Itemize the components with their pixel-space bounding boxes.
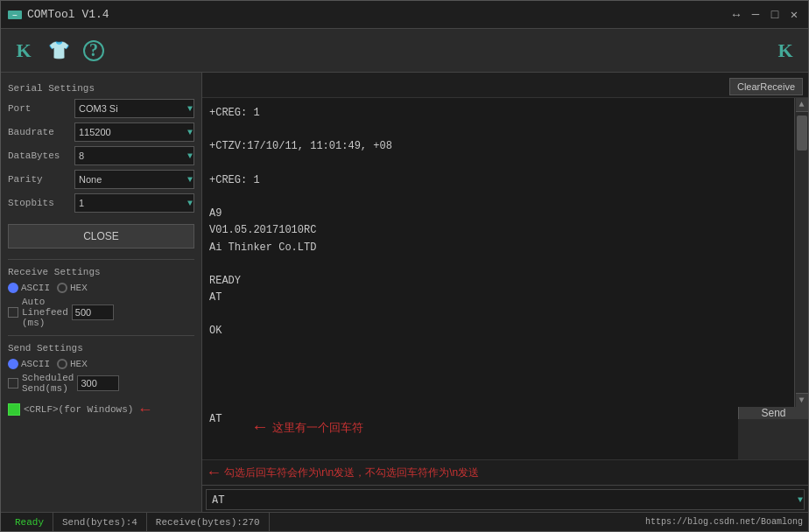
input-area: AT ← 这里有一个回车符 Send ← 勾选后回车符会作为\r\n发送，不勾选… [202, 407, 808, 512]
right-panel: ClearReceive +CREG: 1 +CTZV:17/10/11, 11… [202, 73, 808, 512]
port-label: Port [8, 103, 71, 114]
main-area: Serial Settings Port COM3 Si ▼ Baudrate … [1, 73, 808, 512]
send-ascii-label: ASCII [21, 359, 50, 369]
stopbits-label: Stopbits [8, 198, 71, 208]
output-line: V01.05.20171010RC [209, 222, 801, 239]
send-input-wrapper: ▼ [206, 489, 805, 510]
clear-receive-button[interactable]: ClearReceive [729, 78, 803, 95]
input-textarea[interactable]: AT [202, 407, 738, 459]
baudrate-select-wrapper[interactable]: 115200 ▼ [74, 122, 194, 142]
scheduled-send-label: ScheduledSend(ms) [22, 373, 74, 394]
window-controls: ↔ ─ □ ✕ [729, 8, 801, 22]
auto-linefeed-label: AutoLinefeed(ms) [22, 297, 68, 328]
status-send-bytes: Send(bytes):4 [53, 513, 147, 531]
output-line: OK [209, 323, 801, 340]
crlf-arrow-icon: ← [140, 401, 150, 418]
divider-2 [8, 335, 194, 336]
help-button[interactable]: ? [80, 37, 108, 65]
annotation2-text: 勾选后回车符会作为\r\n发送，不勾选回车符作为\n发送 [224, 466, 479, 480]
stopbits-row: Stopbits 1 ▼ [8, 193, 194, 213]
annotation2-arrow-icon: ← [209, 464, 219, 481]
k-right-button[interactable]: K [771, 37, 799, 65]
send-format-group: ASCII HEX [8, 359, 194, 369]
send-dropdown-icon: ▼ [798, 495, 803, 505]
recv-btn-area: ClearReceive [202, 73, 808, 98]
send-settings-title: Send Settings [8, 343, 194, 354]
receive-hex-option[interactable]: HEX [57, 283, 88, 293]
title-bar: — COMTool V1.4 ↔ ─ □ ✕ [1, 1, 808, 29]
crlf-label: <CRLF>(for Windows) [24, 404, 133, 415]
databytes-label: DataBytes [8, 150, 71, 161]
databytes-select-wrapper[interactable]: 8 ▼ [74, 146, 194, 165]
status-receive-bytes: Receive(bytes):270 [147, 513, 270, 531]
receive-settings-title: Receive Settings [8, 267, 194, 277]
divider-1 [8, 259, 194, 260]
parity-select-wrapper[interactable]: None ▼ [74, 170, 194, 189]
output-line: A9 [209, 206, 801, 222]
auto-linefeed-input[interactable]: 500 [72, 304, 114, 320]
output-wrapper: +CREG: 1 +CTZV:17/10/11, 11:01:49, +08 +… [202, 98, 808, 407]
output-line [209, 306, 801, 323]
output-line: Ai Thinker Co.LTD [209, 240, 801, 256]
receive-ascii-radio[interactable] [8, 283, 18, 293]
crlf-checkbox[interactable] [8, 403, 20, 416]
send-hex-radio[interactable] [57, 359, 67, 369]
output-line [209, 156, 801, 172]
output-line: AT [209, 290, 801, 306]
baudrate-label: Baudrate [8, 127, 71, 137]
parity-select[interactable]: None [74, 170, 194, 189]
maximize-button[interactable]: □ [768, 8, 782, 22]
scrollbar-thumb[interactable] [797, 116, 807, 150]
send-hex-label: HEX [70, 359, 88, 369]
stopbits-select-wrapper[interactable]: 1 ▼ [74, 193, 194, 213]
scheduled-send-input[interactable]: 300 [77, 375, 119, 391]
send-ascii-radio[interactable] [8, 359, 18, 369]
scrollbar-down-button[interactable]: ▼ [796, 393, 808, 407]
k-left-button[interactable]: K [10, 37, 38, 65]
output-line: +CREG: 1 [209, 172, 801, 189]
send-row: ▼ [202, 485, 808, 512]
scheduled-send-row: ScheduledSend(ms) 300 [8, 373, 194, 394]
output-line [209, 122, 801, 138]
output-area[interactable]: +CREG: 1 +CTZV:17/10/11, 11:01:49, +08 +… [202, 98, 808, 407]
serial-settings-title: Serial Settings [8, 83, 194, 94]
parity-label: Parity [8, 174, 71, 185]
send-input[interactable] [206, 489, 805, 510]
receive-hex-radio[interactable] [57, 283, 67, 293]
databytes-select[interactable]: 8 [74, 146, 194, 165]
baudrate-row: Baudrate 115200 ▼ [8, 122, 194, 142]
left-panel: Serial Settings Port COM3 Si ▼ Baudrate … [1, 73, 202, 512]
port-row: Port COM3 Si ▼ [8, 99, 194, 118]
port-select-wrapper[interactable]: COM3 Si ▼ [74, 99, 194, 118]
k-right-icon: K [777, 39, 792, 62]
close-port-button[interactable]: CLOSE [8, 224, 194, 248]
send-button[interactable]: Send [738, 407, 808, 419]
databytes-row: DataBytes 8 ▼ [8, 146, 194, 165]
send-hex-option[interactable]: HEX [57, 359, 88, 369]
input-top-row: AT ← 这里有一个回车符 Send [202, 407, 808, 459]
help-icon: ? [83, 40, 104, 61]
receive-ascii-label: ASCII [21, 283, 50, 293]
stopbits-select[interactable]: 1 [74, 193, 194, 213]
close-button[interactable]: ✕ [787, 8, 801, 22]
send-ascii-option[interactable]: ASCII [8, 359, 50, 369]
restore-button[interactable]: ↔ [729, 8, 743, 22]
status-ready: Ready [6, 513, 53, 531]
shirt-button[interactable]: 👕 [45, 37, 73, 65]
status-url: https://blog.csdn.net/Boamlong [645, 517, 803, 527]
scrollbar-up-button[interactable]: ▲ [796, 98, 808, 112]
output-line: READY [209, 273, 801, 290]
auto-linefeed-row: AutoLinefeed(ms) 500 [8, 297, 194, 328]
auto-linefeed-checkbox[interactable] [8, 307, 18, 318]
port-select[interactable]: COM3 Si [74, 99, 194, 118]
scrollbar-track[interactable]: ▲ ▼ [794, 98, 808, 407]
output-line: +CTZV:17/10/11, 11:01:49, +08 [209, 138, 801, 155]
window-title: COMTool V1.4 [27, 8, 729, 21]
receive-format-group: ASCII HEX [8, 283, 194, 293]
baudrate-select[interactable]: 115200 [74, 122, 194, 142]
output-line [209, 256, 801, 273]
minimize-button[interactable]: ─ [749, 8, 763, 22]
shirt-icon: 👕 [48, 39, 70, 61]
scheduled-send-checkbox[interactable] [8, 378, 18, 388]
receive-ascii-option[interactable]: ASCII [8, 283, 50, 293]
